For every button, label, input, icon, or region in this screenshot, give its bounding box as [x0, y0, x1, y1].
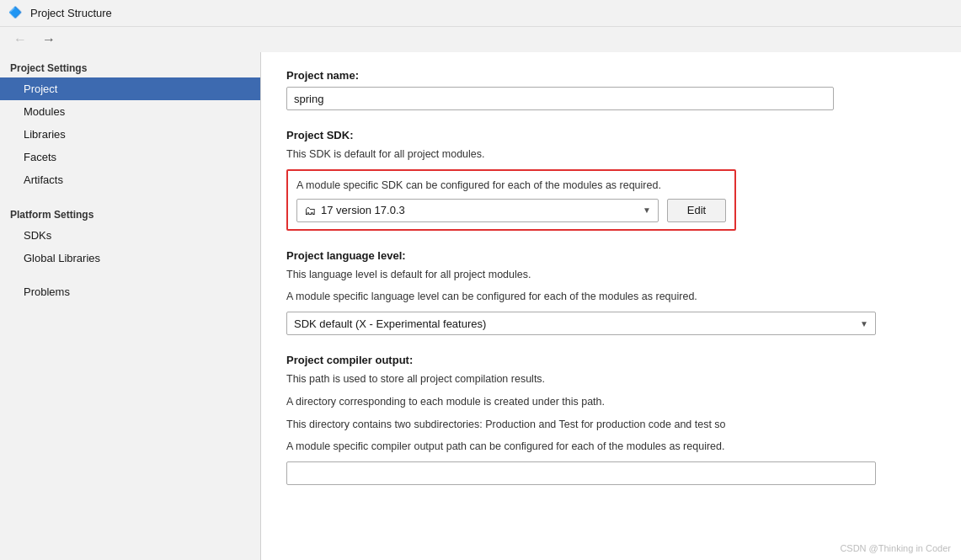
- compiler-output-section: Project compiler output: This path is us…: [286, 354, 936, 485]
- project-sdk-section: Project SDK: This SDK is default for all…: [286, 129, 936, 231]
- language-level-value: SDK default (X - Experimental features): [294, 317, 486, 330]
- compiler-output-input[interactable]: [286, 461, 876, 485]
- sdk-chevron-icon: ▼: [643, 205, 651, 215]
- sidebar-divider: [0, 196, 260, 197]
- sdk-dropdown[interactable]: 🗂 17 version 17.0.3 ▼: [296, 199, 659, 222]
- main-container: Project Settings Project Modules Librari…: [0, 52, 961, 560]
- language-dropdown[interactable]: SDK default (X - Experimental features) …: [286, 312, 876, 335]
- sidebar-item-sdks[interactable]: SDKs: [0, 224, 260, 247]
- app-icon: 🔷: [8, 6, 24, 21]
- sidebar-item-facets[interactable]: Facets: [0, 146, 260, 168]
- project-name-section: Project name:: [286, 69, 936, 110]
- forward-button[interactable]: →: [37, 30, 61, 49]
- sidebar-divider-2: [0, 275, 260, 275]
- sidebar-item-artifacts[interactable]: Artifacts: [0, 168, 260, 191]
- back-button[interactable]: ←: [8, 30, 32, 49]
- sidebar-item-modules[interactable]: Modules: [0, 100, 260, 123]
- lang-desc1: This language level is default for all p…: [286, 267, 936, 283]
- project-name-label: Project name:: [286, 69, 936, 82]
- sidebar: Project Settings Project Modules Librari…: [0, 52, 261, 560]
- watermark: CSDN @Thinking in Coder: [840, 543, 951, 553]
- sidebar-item-global-libraries[interactable]: Global Libraries: [0, 247, 260, 269]
- sdk-row: 🗂 17 version 17.0.3 ▼ Edit: [296, 199, 726, 222]
- window-title: Project Structure: [30, 7, 112, 19]
- sdk-highlighted-box: A module specific SDK can be configured …: [286, 169, 736, 231]
- sdk-folder-icon: 🗂: [304, 204, 316, 217]
- sidebar-item-libraries[interactable]: Libraries: [0, 123, 260, 146]
- content-area: Project name: Project SDK: This SDK is d…: [261, 52, 961, 560]
- compiler-desc1: This path is used to store all project c…: [286, 371, 936, 387]
- sdk-desc1: This SDK is default for all project modu…: [286, 147, 936, 163]
- language-level-label: Project language level:: [286, 249, 936, 262]
- sdk-edit-button[interactable]: Edit: [667, 199, 726, 222]
- project-sdk-label: Project SDK:: [286, 129, 936, 141]
- compiler-output-label: Project compiler output:: [286, 354, 936, 366]
- compiler-desc4: A module specific compiler output path c…: [286, 439, 936, 455]
- lang-desc2: A module specific language level can be …: [286, 289, 936, 305]
- sdk-dropdown-text: 🗂 17 version 17.0.3: [304, 204, 405, 217]
- title-bar: 🔷 Project Structure: [0, 0, 961, 27]
- compiler-desc3: This directory contains two subdirectori…: [286, 417, 936, 433]
- language-chevron-icon: ▼: [860, 319, 868, 328]
- sdk-desc2: A module specific SDK can be configured …: [296, 178, 726, 194]
- project-name-input[interactable]: [286, 87, 834, 110]
- language-level-section: Project language level: This language le…: [286, 249, 936, 336]
- compiler-desc2: A directory corresponding to each module…: [286, 394, 936, 410]
- sdk-value: 17 version 17.0.3: [321, 204, 405, 216]
- sidebar-item-project[interactable]: Project: [0, 77, 260, 100]
- nav-bar: ← →: [0, 27, 961, 52]
- project-settings-label: Project Settings: [0, 56, 260, 77]
- sidebar-item-problems[interactable]: Problems: [0, 280, 260, 303]
- platform-settings-label: Platform Settings: [0, 202, 260, 224]
